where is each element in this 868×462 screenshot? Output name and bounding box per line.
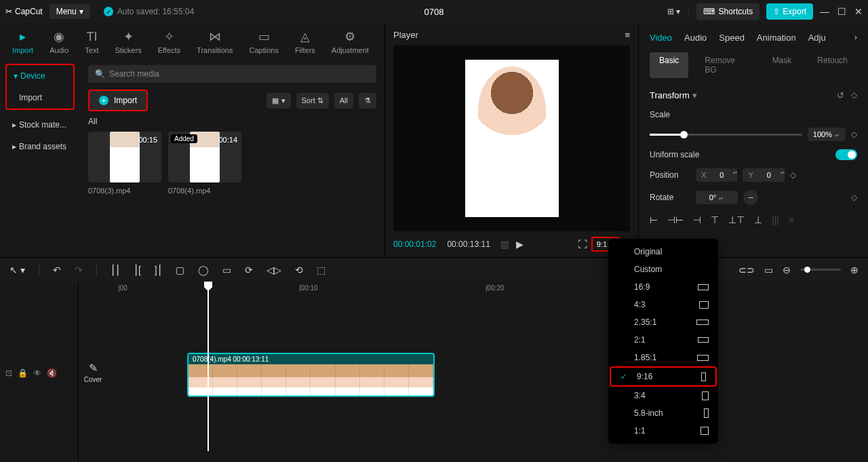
align-bottom-icon[interactable]: ⊥: [754, 214, 762, 225]
split-right-tool[interactable]: ]⎮: [155, 265, 162, 275]
position-y-value[interactable]: 0: [759, 168, 779, 182]
magnet-icon[interactable]: ⊂⊃: [738, 265, 755, 275]
focus-icon[interactable]: ⛶: [578, 239, 587, 250]
ratio-16-9[interactable]: 16:9: [608, 278, 718, 296]
layout-icon[interactable]: ⊞ ▾: [667, 7, 680, 16]
tab-transitions[interactable]: ⋈Transitions: [189, 26, 241, 58]
play-button[interactable]: ▶: [516, 239, 524, 250]
align-left-icon[interactable]: ⊢: [650, 214, 658, 225]
align-right-icon[interactable]: ⊣: [693, 214, 701, 225]
keyframe-icon[interactable]: ◇: [790, 170, 796, 180]
ratio-2-1[interactable]: 2:1: [608, 331, 718, 349]
crop-tool[interactable]: ⬚: [317, 265, 326, 275]
align-center-h-icon[interactable]: ⊣⊢: [667, 214, 684, 225]
uniform-scale-label: Uniform scale: [650, 150, 830, 159]
sidebar-stock[interactable]: ▸Stock mate...: [5, 114, 75, 136]
ratio-185-1[interactable]: 1.85:1: [608, 349, 718, 366]
preview-icon[interactable]: ▭: [764, 265, 773, 275]
align-center-v-icon[interactable]: ⊥⊤: [728, 214, 745, 225]
align-top-icon[interactable]: ⊤: [711, 214, 719, 225]
filter-icon-button[interactable]: ⚗: [359, 93, 376, 109]
marker-tool[interactable]: ◯: [198, 265, 209, 275]
maximize-button[interactable]: ☐: [837, 6, 846, 17]
media-item[interactable]: Added00:14 0708(4).mp4: [168, 132, 241, 195]
subtab-retouch[interactable]: Retouch: [808, 52, 857, 78]
tab-filters[interactable]: ◬Filters: [287, 26, 323, 58]
compare-icon[interactable]: ▥: [500, 239, 509, 250]
rotate-minus-button[interactable]: −: [743, 190, 758, 205]
uniform-scale-toggle[interactable]: [835, 149, 857, 160]
logo-icon: ✂: [5, 7, 12, 16]
rotate-value[interactable]: 0°▴▾: [696, 191, 738, 204]
import-media-button[interactable]: + Import: [88, 90, 148, 111]
timeline-ruler[interactable]: |00 |00:10 |00:20: [113, 284, 868, 298]
tab-effects[interactable]: ✧Effects: [150, 26, 189, 58]
ratio-custom[interactable]: Custom: [608, 261, 718, 278]
select-tool[interactable]: ↖ ▾: [9, 265, 25, 275]
playhead[interactable]: [208, 282, 209, 451]
shortcuts-button[interactable]: ⌨ Shortcuts: [696, 3, 760, 20]
props-tab-adjust[interactable]: Adju: [808, 33, 826, 43]
scale-value[interactable]: 100%▴▾: [808, 128, 846, 141]
ratio-3-4[interactable]: 3:4: [608, 387, 718, 404]
sort-button[interactable]: Sort ⇅: [296, 93, 329, 109]
lock-icon[interactable]: 🔒: [18, 368, 28, 378]
scale-slider[interactable]: [650, 134, 802, 136]
ratio-58inch[interactable]: 5.8-inch: [608, 404, 718, 422]
expand-icon[interactable]: ⊡: [5, 368, 12, 378]
ratio-9-16[interactable]: ✓9:16: [610, 366, 717, 387]
minimize-button[interactable]: —: [820, 6, 829, 17]
undo-button[interactable]: ↶: [53, 265, 61, 275]
tab-audio[interactable]: ◉Audio: [41, 26, 77, 58]
delete-tool[interactable]: ▢: [176, 265, 184, 275]
zoom-out-icon[interactable]: ⊖: [783, 265, 791, 275]
chevron-right-icon[interactable]: ›: [854, 33, 857, 43]
props-tab-speed[interactable]: Speed: [719, 33, 745, 43]
tab-text[interactable]: TIText: [77, 26, 106, 58]
split-tool[interactable]: ⎮⎮: [111, 265, 120, 275]
split-left-tool[interactable]: ⎮[: [134, 265, 141, 275]
reset-icon[interactable]: ↺: [837, 90, 844, 100]
ratio-235-1[interactable]: 2.35:1: [608, 313, 718, 331]
tab-stickers[interactable]: ✦Stickers: [107, 26, 150, 58]
keyframe-icon[interactable]: ◇: [851, 130, 857, 139]
menu-button[interactable]: Menu ▾: [50, 4, 90, 19]
props-tab-video[interactable]: Video: [650, 33, 672, 43]
ratio-1-1[interactable]: 1:1: [608, 422, 718, 440]
grid-view-button[interactable]: ▦ ▾: [267, 93, 290, 109]
sidebar-import[interactable]: Import: [7, 87, 73, 109]
media-item[interactable]: 00:15 0708(3).mp4: [88, 132, 161, 195]
tab-import[interactable]: ▸Import: [4, 26, 41, 58]
sidebar-device[interactable]: ▾Device: [7, 65, 73, 87]
ratio-4-3[interactable]: 4:3: [608, 296, 718, 313]
props-tab-audio[interactable]: Audio: [684, 33, 707, 43]
mirror-tool[interactable]: ◁▷: [267, 265, 281, 275]
props-tab-animation[interactable]: Animation: [757, 33, 796, 43]
eye-icon[interactable]: 👁: [33, 368, 41, 378]
position-label: Position: [650, 170, 690, 180]
chevron-down-icon[interactable]: ▾: [692, 90, 697, 100]
subtab-basic[interactable]: Basic: [650, 52, 688, 78]
frame-tool[interactable]: ▭: [222, 265, 231, 275]
zoom-slider[interactable]: [800, 269, 841, 271]
tab-captions[interactable]: ▭Captions: [241, 26, 286, 58]
subtab-mask[interactable]: Mask: [763, 52, 802, 78]
ratio-original[interactable]: Original: [608, 243, 718, 261]
search-input[interactable]: 🔍 Search media: [88, 65, 376, 83]
close-button[interactable]: ✕: [854, 6, 863, 17]
filter-all-button[interactable]: All: [334, 93, 353, 109]
keyframe-icon[interactable]: ◇: [851, 90, 857, 100]
redo-button[interactable]: ↷: [75, 265, 83, 275]
player-menu-icon[interactable]: ≡: [625, 30, 630, 40]
export-button[interactable]: ⇧ Export: [766, 3, 813, 20]
mute-icon[interactable]: 🔇: [47, 368, 57, 378]
sidebar-brand[interactable]: ▸Brand assets: [5, 136, 75, 157]
position-x-value[interactable]: 0: [711, 168, 732, 182]
subtab-removebg[interactable]: Remove BG: [695, 52, 755, 78]
zoom-in-icon[interactable]: ⊕: [850, 265, 859, 275]
rotate-tool[interactable]: ⟲: [295, 265, 303, 275]
reverse-tool[interactable]: ⟳: [245, 265, 253, 275]
video-clip[interactable]: 0708(4).mp4 00:00:13:11: [187, 353, 435, 397]
tab-adjustment[interactable]: ⚙Adjustment: [323, 26, 377, 58]
keyframe-icon[interactable]: ◇: [851, 193, 857, 202]
